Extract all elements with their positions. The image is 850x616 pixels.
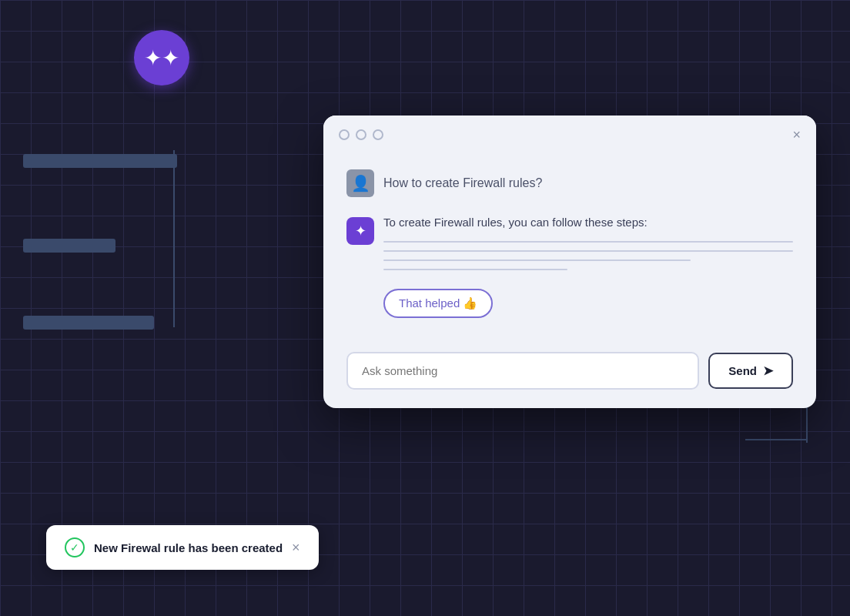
- checkmark-icon: ✓: [70, 541, 79, 554]
- window-dot-1: [339, 129, 350, 140]
- window-dot-2: [356, 129, 366, 140]
- feedback-label: That helped 👍: [399, 296, 477, 310]
- sparkle-icon: ✦✦: [144, 45, 179, 71]
- bot-icon-wrap: ✦: [346, 217, 374, 245]
- user-icon: 👤: [351, 174, 370, 192]
- decorative-line-right-3: [745, 439, 807, 440]
- content-line-3: [383, 259, 691, 261]
- window-controls: [339, 129, 383, 140]
- chat-window: × 👤 How to create Firewall rules? ✦ To c…: [323, 116, 816, 408]
- user-avatar: 👤: [346, 169, 374, 197]
- bot-sparkle-icon: ✦: [355, 223, 366, 239]
- content-line-4: [383, 269, 567, 270]
- user-message: 👤 How to create Firewall rules?: [346, 169, 793, 197]
- decorative-bar-left-1: [23, 154, 177, 168]
- that-helped-button[interactable]: That helped 👍: [383, 289, 493, 318]
- ai-avatar-container: ✦✦: [134, 30, 189, 85]
- window-dot-3: [373, 129, 383, 140]
- decorative-bar-left-2: [23, 239, 115, 253]
- toast-notification: ✓ New Firewal rule has been created ×: [46, 525, 319, 570]
- bot-message: ✦ To create Firewall rules, you can foll…: [346, 216, 793, 318]
- bot-response-text: To create Firewall rules, you can follow…: [383, 216, 793, 229]
- send-label: Send: [728, 364, 757, 377]
- content-line-2: [383, 250, 793, 252]
- ai-avatar-circle: ✦✦: [134, 30, 189, 85]
- toast-message: New Firewal rule has been created: [94, 541, 283, 554]
- send-button[interactable]: Send ➤: [708, 353, 793, 389]
- content-line-1: [383, 241, 793, 243]
- chat-body: 👤 How to create Firewall rules? ✦ To cre…: [323, 154, 816, 352]
- toast-close-button[interactable]: ×: [292, 541, 300, 554]
- close-button[interactable]: ×: [792, 128, 801, 142]
- bot-content: To create Firewall rules, you can follow…: [383, 216, 793, 318]
- toast-check-icon: ✓: [65, 537, 85, 557]
- input-area: Send ➤: [323, 352, 816, 408]
- content-lines: [383, 241, 793, 270]
- decorative-bar-left-3: [23, 316, 154, 330]
- send-arrow-icon: ➤: [763, 363, 773, 378]
- chat-input[interactable]: [346, 352, 699, 390]
- decorative-vline-left: [173, 150, 175, 327]
- title-bar: ×: [323, 116, 816, 154]
- user-message-text: How to create Firewall rules?: [383, 176, 542, 190]
